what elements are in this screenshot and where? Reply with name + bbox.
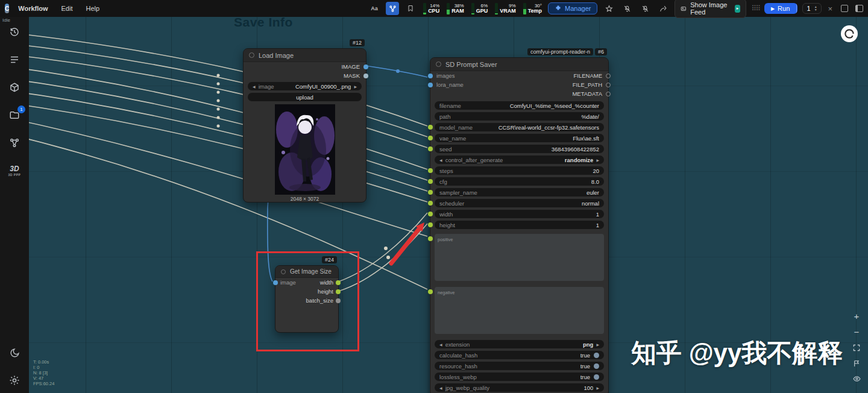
- widget-scheduler[interactable]: scheduler normal: [435, 199, 604, 207]
- translate-icon[interactable]: Aa: [368, 2, 381, 15]
- widget-resource-hash[interactable]: resource_hash true: [435, 362, 604, 370]
- widget-cfg[interactable]: cfg 8.0: [435, 177, 604, 186]
- output-slot-mask[interactable]: [363, 74, 368, 78]
- temp-label: Temp: [528, 8, 542, 14]
- ram-label: RAM: [451, 8, 464, 14]
- widget-control-after-generate[interactable]: control_after_generate randomize: [435, 156, 604, 164]
- bookmark-icon[interactable]: [404, 2, 417, 15]
- widget-vae-name[interactable]: vae_name Flux\ae.sft: [435, 134, 604, 142]
- frame-toggle-icon[interactable]: [839, 2, 849, 15]
- batch-count-stepper[interactable]: 1 ▲▼: [802, 3, 822, 14]
- input-slot-cfg[interactable]: [428, 179, 433, 184]
- widget-path[interactable]: path %date/: [435, 112, 604, 121]
- zoom-in-button[interactable]: +: [851, 311, 862, 321]
- menu-help[interactable]: Help: [82, 4, 104, 13]
- output-slot-filename[interactable]: [606, 74, 611, 78]
- theme-toggle[interactable]: [8, 346, 21, 359]
- sidebar-item-3d-ppp[interactable]: 3D 3D PPP: [8, 164, 21, 177]
- widget-label: resource_hash: [439, 363, 477, 369]
- drag-handle-icon[interactable]: ⠿⠿: [751, 4, 760, 13]
- manager-button[interactable]: Manager: [548, 2, 597, 14]
- cancel-run-icon[interactable]: ×: [826, 4, 835, 13]
- toggle-link-visibility-button[interactable]: [851, 374, 862, 384]
- toggle-dot[interactable]: [594, 363, 599, 369]
- input-slot-width[interactable]: [428, 212, 433, 216]
- collapse-dot[interactable]: [249, 52, 254, 58]
- widget-width[interactable]: width 1: [435, 210, 604, 218]
- upload-button[interactable]: upload: [248, 93, 362, 101]
- input-slot-steps[interactable]: [428, 168, 433, 173]
- widget-value: CCSR\real-world_ccsr-fp32.safetensors: [498, 124, 599, 131]
- widget-seed[interactable]: seed 368439608422852: [435, 145, 604, 153]
- avatar-logo[interactable]: [841, 25, 858, 42]
- select-mode-button[interactable]: [851, 358, 862, 368]
- comfyui-logo[interactable]: C: [5, 4, 9, 13]
- zoom-out-button[interactable]: −: [851, 327, 862, 337]
- sidebar-item-history[interactable]: [8, 25, 21, 39]
- input-slot-model-name[interactable]: [428, 125, 433, 130]
- toggle-dot[interactable]: [594, 353, 599, 358]
- sidebar-item-queue[interactable]: [8, 53, 21, 66]
- input-slot-height[interactable]: [428, 222, 433, 227]
- node-title-bar[interactable]: Load Image: [244, 49, 366, 62]
- menu-workflow[interactable]: Workflow: [14, 4, 52, 13]
- graph-icon[interactable]: [386, 2, 399, 15]
- widget-value: %date/: [581, 113, 599, 120]
- sidebar-item-node-library[interactable]: [8, 136, 21, 149]
- widget-label: control_after_generate: [445, 157, 503, 163]
- positive-prompt-textarea[interactable]: positive: [435, 234, 604, 281]
- sidebar-item-workflows[interactable]: 1: [8, 108, 21, 122]
- alerts-off-icon[interactable]: [638, 2, 652, 15]
- share-icon[interactable]: [656, 2, 670, 15]
- input-slot-seed[interactable]: [428, 146, 433, 151]
- widget-label: vae_name: [439, 135, 466, 142]
- sidebar-item-model-library[interactable]: [8, 81, 21, 94]
- input-slot-scheduler[interactable]: [428, 201, 433, 206]
- settings-button[interactable]: [8, 374, 21, 387]
- menu-edit[interactable]: Edit: [57, 4, 77, 13]
- widget-value: 1: [596, 222, 599, 228]
- node-title-bar[interactable]: SD Prompt Saver: [430, 58, 608, 71]
- panel-toggle-icon[interactable]: [854, 2, 864, 15]
- widget-lossless-webp[interactable]: lossless_webp true: [435, 373, 604, 381]
- widget-steps[interactable]: steps 20: [435, 166, 604, 175]
- widget-height[interactable]: height 1: [435, 221, 604, 229]
- canvas-controls: + −: [851, 311, 862, 384]
- widget-extension[interactable]: extension png: [435, 340, 604, 348]
- stepper-down-icon[interactable]: ▼: [814, 8, 817, 11]
- 3d-icon: 3D: [10, 165, 19, 172]
- collapse-dot[interactable]: [436, 61, 441, 67]
- cpu-meter: 14% CPU: [423, 3, 439, 14]
- show-image-feed-button[interactable]: Show Image Feed ▸: [675, 0, 746, 18]
- notifications-off-icon[interactable]: [620, 2, 634, 15]
- node-sd-prompt-saver[interactable]: comfyui-prompt-reader-n #6 SD Prompt Sav…: [430, 57, 609, 393]
- stepper-arrows[interactable]: ▲▼: [814, 5, 817, 11]
- positive-placeholder: positive: [438, 237, 453, 242]
- toggle-dot[interactable]: [594, 374, 599, 380]
- batch-count-value: 1: [807, 5, 811, 12]
- output-slot-image[interactable]: [363, 64, 368, 69]
- widget-sampler-name[interactable]: sampler_name euler: [435, 188, 604, 196]
- widget-jpg-webp-quality[interactable]: jpg_webp_quality 100: [435, 383, 604, 392]
- input-slot-vae-name[interactable]: [428, 136, 433, 140]
- output-slot-metadata[interactable]: [606, 92, 611, 96]
- star-icon[interactable]: [602, 2, 615, 15]
- widget-value: euler: [587, 189, 599, 196]
- image-file-combo[interactable]: image ComfyUI_00900_.png: [248, 82, 362, 90]
- input-slot-positive[interactable]: [428, 236, 433, 241]
- widget-calculate-hash[interactable]: calculate_hash true: [435, 351, 604, 359]
- output-slot-file-path[interactable]: [606, 83, 611, 87]
- run-button[interactable]: ▶ Run ▾: [764, 3, 797, 14]
- fit-view-button[interactable]: [851, 342, 862, 353]
- input-label-lora-name: lora_name: [436, 81, 464, 88]
- negative-prompt-textarea[interactable]: negative: [435, 287, 604, 334]
- widget-label: seed: [439, 146, 452, 152]
- run-options-caret[interactable]: ▾: [796, 3, 797, 14]
- input-slot-negative[interactable]: [428, 289, 433, 294]
- widget-model-name[interactable]: model_name CCSR\real-world_ccsr-fp32.saf…: [435, 123, 604, 131]
- node-load-image[interactable]: #12 Load Image IMAGE MASK image ComfyUI_…: [243, 48, 366, 203]
- input-slot-lora-name[interactable]: [428, 83, 433, 87]
- widget-filename[interactable]: filename ComfyUI_%time_%seed_%counter: [435, 101, 604, 110]
- input-slot-images[interactable]: [428, 74, 433, 78]
- input-slot-sampler-name[interactable]: [428, 190, 433, 195]
